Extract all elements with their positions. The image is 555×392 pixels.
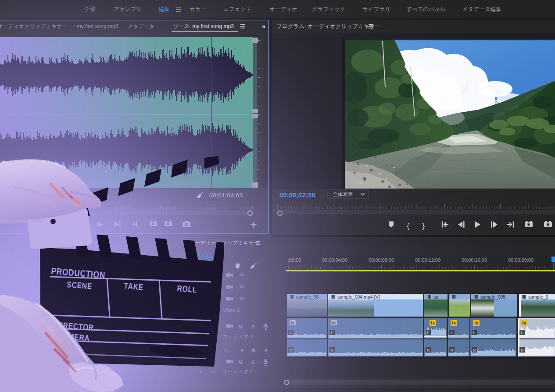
svg-text:SCENE: SCENE (67, 280, 93, 291)
svg-text:ROLL: ROLL (177, 284, 197, 295)
svg-text:TAKE: TAKE (124, 281, 144, 292)
svg-text:0:22: 0:22 (199, 252, 213, 259)
